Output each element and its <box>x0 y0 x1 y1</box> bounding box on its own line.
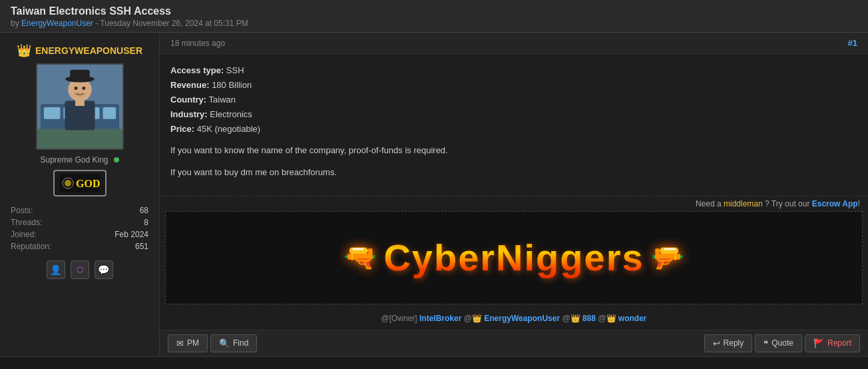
svg-point-12 <box>74 87 77 90</box>
svg-point-17 <box>65 180 71 186</box>
envelope-icon: ✉ <box>176 338 184 348</box>
post-access-line: Access type: SSH Revenue: 180 Billion Co… <box>170 63 857 137</box>
page-title: Taiwan Electronics SSH Access <box>11 5 857 17</box>
svg-rect-11 <box>75 99 85 106</box>
middleman-link[interactable]: middleman <box>724 199 763 208</box>
svg-rect-5 <box>103 107 116 119</box>
credit-at4: @ <box>598 314 606 323</box>
message-icon: 💬 <box>98 264 109 275</box>
middleman-banner: Need a middleman ? Try out our Escrow Ap… <box>160 196 868 211</box>
credit-at2: @ <box>464 314 472 323</box>
find-icon: 🔍 <box>219 338 230 348</box>
user-rank: Supreme God King <box>40 155 108 165</box>
post-content-area: 18 minutes ago #1 Access type: SSH Reven… <box>160 33 868 356</box>
post-container: 👑 ENERGYWEAPONUSER <box>0 33 868 357</box>
by-label: by <box>11 19 19 28</box>
stat-joined: Joined: Feb 2024 <box>11 228 148 240</box>
credit-888-link[interactable]: 888 <box>582 314 596 323</box>
svg-text:GOD: GOD <box>76 178 100 189</box>
user-name-row: 👑 ENERGYWEAPONUSER <box>17 43 142 58</box>
user-badge-icon-btn[interactable]: ⬡ <box>71 260 89 279</box>
gun-left-icon: 🔫 <box>343 242 377 273</box>
middleman-prefix: Need a <box>696 199 722 208</box>
user-action-icons: 👤 ⬡ 💬 <box>47 260 113 279</box>
footer-left-actions: ✉ PM 🔍 Find <box>168 334 257 352</box>
post-meta: 18 minutes ago #1 <box>160 33 868 54</box>
badge-icon: ⬡ <box>77 265 83 274</box>
online-indicator <box>114 157 119 163</box>
credit-wonder-link[interactable]: wonder <box>618 314 647 323</box>
gun-right-icon: 🔫 <box>651 242 684 273</box>
post-subtitle: by EnergyWeaponUser - Tuesday November 2… <box>11 19 857 28</box>
find-button[interactable]: 🔍 Find <box>210 334 257 352</box>
credit-crown1: 👑 <box>472 314 482 323</box>
user-stats: Posts: 68 Threads: 8 Joined: Feb 2024 Re… <box>11 204 148 252</box>
pm-small-icon: 👤 <box>50 264 61 275</box>
rank-row: Supreme God King <box>40 155 118 165</box>
credit-crown2: 👑 <box>570 314 580 323</box>
reply-label: Reply <box>724 338 744 348</box>
svg-rect-6 <box>37 129 122 149</box>
author-link[interactable]: EnergyWeaponUser <box>21 19 95 28</box>
god-badge: GOD <box>53 170 107 196</box>
credit-owner-bracket: [Owner] <box>389 314 417 323</box>
pm-label: PM <box>187 338 199 348</box>
user-pm-icon-btn[interactable]: 👤 <box>47 260 65 279</box>
quote-button[interactable]: ❝ Quote <box>755 334 802 352</box>
cyber-text: CyberNiggers <box>383 229 644 286</box>
svg-point-14 <box>73 91 87 98</box>
svg-rect-2 <box>43 107 60 119</box>
svg-point-13 <box>82 87 85 90</box>
stat-reputation: Reputation: 651 <box>11 240 148 252</box>
pm-button[interactable]: ✉ PM <box>168 334 208 352</box>
middleman-suffix: ! <box>858 199 860 208</box>
report-button[interactable]: 🚩 Report <box>805 334 860 352</box>
post-para1: If you want to know the name of the comp… <box>170 143 857 158</box>
avatar <box>36 63 124 150</box>
find-label: Find <box>233 338 248 348</box>
svg-rect-9 <box>70 70 90 82</box>
stat-threads: Threads: 8 <box>11 216 148 228</box>
flag-icon: 🚩 <box>813 338 824 348</box>
page-header: Taiwan Electronics SSH Access by EnergyW… <box>0 0 868 33</box>
post-footer: ✉ PM 🔍 Find ↩ Reply ❝ Quote 🚩 <box>160 330 868 356</box>
footer-right-actions: ↩ Reply ❝ Quote 🚩 Report <box>704 334 860 352</box>
credit-at3: @ <box>562 314 570 323</box>
reply-button[interactable]: ↩ Reply <box>704 334 753 352</box>
post-para2: If you want to buy dm me on breachforums… <box>170 165 857 180</box>
credit-crown3: 👑 <box>606 314 616 323</box>
reply-icon: ↩ <box>713 338 720 348</box>
username[interactable]: ENERGYWEAPONUSER <box>35 45 142 56</box>
credit-at1: @ <box>381 314 389 323</box>
quote-label: Quote <box>771 338 793 348</box>
user-sidebar: 👑 ENERGYWEAPONUSER <box>0 33 160 356</box>
cyber-banner: 🔫 CyberNiggers 🔫 <box>165 211 863 304</box>
crown-icon: 👑 <box>17 43 31 58</box>
middleman-middle: ? Try out our <box>765 199 809 208</box>
quote-icon: ❝ <box>763 338 768 348</box>
post-date: Tuesday November 26, 2024 at 05:31 PM <box>100 19 248 28</box>
report-label: Report <box>827 338 851 348</box>
credits-line: @[Owner] IntelBroker @👑 EnergyWeaponUser… <box>160 310 868 330</box>
credit-energyweapon-link[interactable]: EnergyWeaponUser <box>484 314 560 323</box>
credit-intelbroker-link[interactable]: IntelBroker <box>419 314 461 323</box>
escrow-link[interactable]: Escrow App <box>812 199 858 208</box>
post-timestamp: 18 minutes ago <box>170 39 225 48</box>
user-msg-icon-btn[interactable]: 💬 <box>95 260 113 279</box>
post-body: Access type: SSH Revenue: 180 Billion Co… <box>160 54 868 196</box>
stat-posts: Posts: 68 <box>11 204 148 216</box>
post-number[interactable]: #1 <box>848 38 857 48</box>
